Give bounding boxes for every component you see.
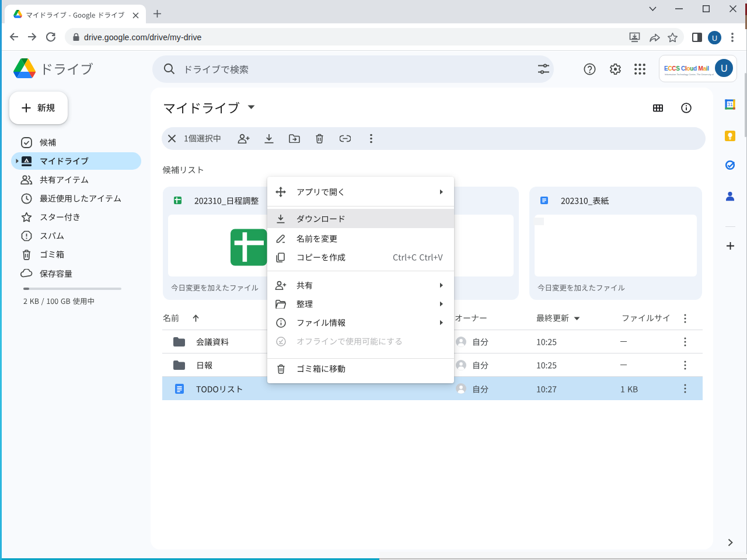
svg-text:31: 31 (727, 102, 733, 107)
svg-text:Information Technology Center,: Information Technology Center, The Unive… (665, 73, 714, 76)
